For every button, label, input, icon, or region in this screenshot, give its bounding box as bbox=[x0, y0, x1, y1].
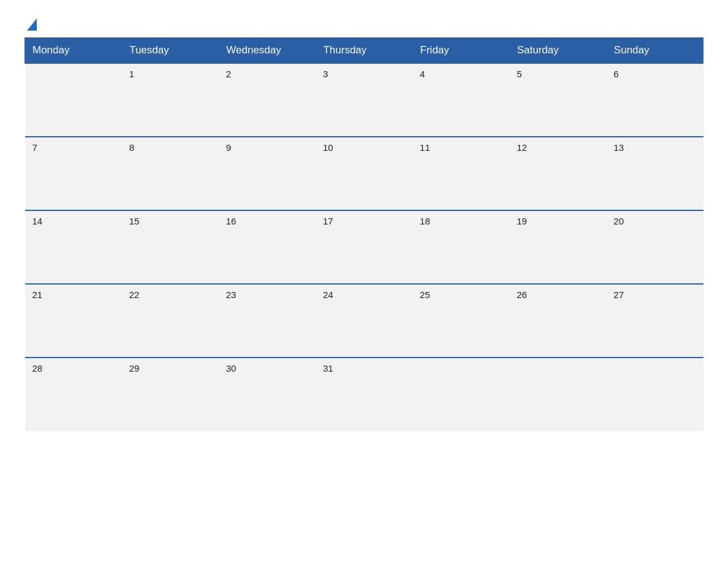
calendar-cell bbox=[25, 63, 122, 137]
day-number: 21 bbox=[32, 289, 43, 300]
day-number: 8 bbox=[129, 142, 134, 153]
day-number: 12 bbox=[517, 142, 527, 153]
day-number: 31 bbox=[323, 363, 333, 373]
calendar-body: 1234567891011121314151617181920212223242… bbox=[25, 63, 703, 431]
day-header-thursday: Thursday bbox=[316, 38, 412, 64]
calendar-cell: 12 bbox=[509, 137, 606, 210]
day-number: 27 bbox=[613, 289, 624, 300]
day-header-wednesday: Wednesday bbox=[219, 38, 316, 64]
calendar-cell: 13 bbox=[606, 137, 703, 210]
calendar-cell: 29 bbox=[122, 358, 219, 431]
calendar-cell: 3 bbox=[316, 63, 412, 137]
calendar-week-2: 14151617181920 bbox=[25, 210, 703, 284]
day-number: 5 bbox=[517, 69, 521, 79]
calendar-cell: 5 bbox=[509, 63, 606, 137]
calendar-cell: 27 bbox=[606, 284, 703, 358]
calendar-cell: 7 bbox=[25, 137, 122, 210]
calendar-cell: 14 bbox=[25, 210, 122, 284]
day-header-saturday: Saturday bbox=[509, 38, 606, 64]
calendar-cell: 16 bbox=[219, 210, 316, 284]
day-number: 15 bbox=[129, 216, 140, 226]
day-number: 3 bbox=[323, 69, 328, 79]
day-header-friday: Friday bbox=[412, 38, 509, 64]
logo-row1 bbox=[25, 18, 42, 31]
day-number: 14 bbox=[32, 216, 43, 226]
calendar-week-4: 28293031 bbox=[25, 358, 703, 431]
calendar-cell bbox=[606, 358, 703, 431]
calendar-week-0: 123456 bbox=[25, 63, 703, 137]
calendar-cell: 26 bbox=[509, 284, 606, 358]
calendar-cell: 10 bbox=[316, 137, 412, 210]
calendar-cell: 1 bbox=[122, 63, 219, 137]
calendar-cell: 28 bbox=[25, 358, 122, 431]
day-header-sunday: Sunday bbox=[606, 38, 703, 64]
day-number: 1 bbox=[129, 69, 134, 79]
day-number: 10 bbox=[323, 142, 333, 153]
page: MondayTuesdayWednesdayThursdayFridaySatu… bbox=[0, 0, 728, 563]
calendar-week-1: 78910111213 bbox=[25, 137, 703, 210]
day-number: 28 bbox=[32, 363, 43, 373]
day-number: 19 bbox=[517, 216, 527, 226]
day-number: 13 bbox=[613, 142, 624, 153]
day-number: 7 bbox=[32, 142, 37, 153]
day-number: 16 bbox=[226, 216, 237, 226]
day-number: 11 bbox=[420, 142, 430, 153]
day-number: 2 bbox=[226, 69, 231, 79]
day-header-tuesday: Tuesday bbox=[122, 38, 219, 64]
header bbox=[25, 18, 703, 31]
day-header-monday: Monday bbox=[25, 38, 122, 64]
calendar-cell: 23 bbox=[219, 284, 316, 358]
calendar-cell: 22 bbox=[122, 284, 219, 358]
day-number: 23 bbox=[226, 289, 237, 300]
day-number: 29 bbox=[129, 363, 140, 373]
day-number: 6 bbox=[613, 69, 618, 79]
calendar-week-3: 21222324252627 bbox=[25, 284, 703, 358]
calendar-cell: 30 bbox=[219, 358, 316, 431]
calendar-cell: 31 bbox=[316, 358, 412, 431]
calendar-cell: 20 bbox=[606, 210, 703, 284]
day-number: 9 bbox=[226, 142, 231, 153]
calendar-cell: 15 bbox=[122, 210, 219, 284]
calendar-cell: 17 bbox=[316, 210, 412, 284]
day-number: 24 bbox=[323, 289, 333, 300]
calendar-cell: 4 bbox=[412, 63, 509, 137]
day-number: 17 bbox=[323, 216, 333, 226]
calendar-cell: 8 bbox=[122, 137, 219, 210]
day-number: 22 bbox=[129, 289, 140, 300]
day-number: 26 bbox=[517, 289, 527, 300]
calendar-cell bbox=[412, 358, 509, 431]
calendar-table: MondayTuesdayWednesdayThursdayFridaySatu… bbox=[25, 37, 703, 431]
calendar-cell: 11 bbox=[412, 137, 509, 210]
logo bbox=[25, 18, 42, 31]
logo-arrow-icon bbox=[27, 18, 37, 31]
calendar-cell: 9 bbox=[219, 137, 316, 210]
day-number: 4 bbox=[420, 69, 425, 79]
calendar-cell: 25 bbox=[412, 284, 509, 358]
calendar-cell: 18 bbox=[412, 210, 509, 284]
day-number: 30 bbox=[226, 363, 237, 373]
calendar-cell: 24 bbox=[316, 284, 412, 358]
day-number: 20 bbox=[613, 216, 624, 226]
calendar-header: MondayTuesdayWednesdayThursdayFridaySatu… bbox=[25, 38, 703, 64]
calendar-cell: 2 bbox=[219, 63, 316, 137]
days-of-week-row: MondayTuesdayWednesdayThursdayFridaySatu… bbox=[25, 38, 703, 64]
day-number: 18 bbox=[420, 216, 430, 226]
calendar-cell: 6 bbox=[606, 63, 703, 137]
calendar-cell: 19 bbox=[509, 210, 606, 284]
calendar-cell: 21 bbox=[25, 284, 122, 358]
day-number: 25 bbox=[420, 289, 430, 300]
calendar-cell bbox=[509, 358, 606, 431]
